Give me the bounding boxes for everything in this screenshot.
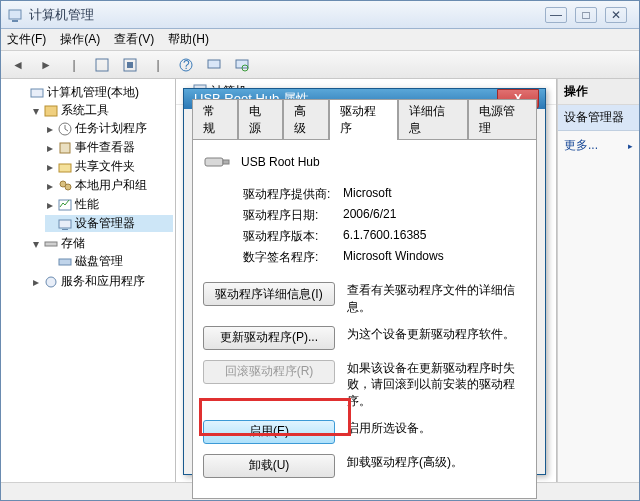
svg-rect-20 bbox=[45, 242, 57, 246]
tab-general[interactable]: 常规 bbox=[192, 99, 238, 140]
scan-icon[interactable] bbox=[233, 56, 251, 74]
svg-rect-25 bbox=[223, 160, 229, 164]
svg-rect-1 bbox=[12, 20, 18, 22]
properties-dialog: USB Root Hub 属性 X 常规 电源 高级 驱动程序 详细信息 电源管… bbox=[183, 88, 546, 475]
actions-pane: 操作 设备管理器 更多... bbox=[557, 79, 639, 482]
show-icon[interactable] bbox=[93, 56, 111, 74]
menu-action[interactable]: 操作(A) bbox=[60, 31, 100, 48]
actions-section: 设备管理器 bbox=[558, 105, 639, 131]
svg-text:?: ? bbox=[183, 58, 190, 72]
menu-file[interactable]: 文件(F) bbox=[7, 31, 46, 48]
svg-rect-13 bbox=[60, 143, 70, 153]
tree-root[interactable]: 计算机管理(本地) bbox=[17, 84, 173, 101]
actions-header: 操作 bbox=[558, 79, 639, 105]
refresh-icon[interactable] bbox=[121, 56, 139, 74]
usb-icon bbox=[203, 150, 231, 174]
tree-eventviewer-label: 事件查看器 bbox=[75, 139, 135, 156]
tab-page-driver: USB Root Hub 驱动程序提供商:Microsoft 驱动程序日期:20… bbox=[192, 139, 537, 499]
driver-info: 驱动程序提供商:Microsoft 驱动程序日期:2006/6/21 驱动程序版… bbox=[243, 186, 526, 266]
version-value: 6.1.7600.16385 bbox=[343, 228, 426, 245]
signer-value: Microsoft Windows bbox=[343, 249, 444, 266]
svg-rect-11 bbox=[45, 106, 57, 116]
tab-row: 常规 电源 高级 驱动程序 详细信息 电源管理 bbox=[184, 115, 545, 139]
toolbar: ◄ ► | | ? bbox=[1, 51, 639, 79]
window-title: 计算机管理 bbox=[29, 6, 545, 24]
device-name: USB Root Hub bbox=[241, 155, 320, 169]
update-driver-desc: 为这个设备更新驱动程序软件。 bbox=[347, 326, 526, 343]
version-label: 驱动程序版本: bbox=[243, 228, 343, 245]
tree-systools[interactable]: ▾系统工具 bbox=[31, 102, 173, 119]
tree-shared[interactable]: ▸共享文件夹 bbox=[45, 158, 173, 175]
separator: | bbox=[65, 56, 83, 74]
svg-rect-24 bbox=[205, 158, 223, 166]
date-label: 驱动程序日期: bbox=[243, 207, 343, 224]
date-value: 2006/6/21 bbox=[343, 207, 396, 224]
close-button[interactable]: ✕ bbox=[605, 7, 627, 23]
back-icon[interactable]: ◄ bbox=[9, 56, 27, 74]
driver-details-desc: 查看有关驱动程序文件的详细信息。 bbox=[347, 282, 526, 316]
rollback-driver-desc: 如果该设备在更新驱动程序时失败，请回滚到以前安装的驱动程序。 bbox=[347, 360, 526, 410]
tab-details[interactable]: 详细信息 bbox=[398, 99, 467, 140]
tree-diskmgmt-label: 磁盘管理 bbox=[75, 253, 123, 270]
svg-rect-0 bbox=[9, 10, 21, 19]
svg-rect-7 bbox=[208, 60, 220, 68]
svg-rect-14 bbox=[59, 164, 71, 172]
svg-point-22 bbox=[46, 277, 56, 287]
svg-rect-19 bbox=[62, 229, 68, 230]
tree-scheduler-label: 任务计划程序 bbox=[75, 120, 147, 137]
provider-label: 驱动程序提供商: bbox=[243, 186, 343, 203]
tab-advanced[interactable]: 高级 bbox=[283, 99, 329, 140]
tree-users-label: 本地用户和组 bbox=[75, 177, 147, 194]
tree-perf[interactable]: ▸性能 bbox=[45, 196, 173, 213]
svg-rect-10 bbox=[31, 89, 43, 97]
app-icon bbox=[7, 7, 23, 23]
tree-shared-label: 共享文件夹 bbox=[75, 158, 135, 175]
enable-desc: 启用所选设备。 bbox=[347, 420, 526, 437]
tree-systools-label: 系统工具 bbox=[61, 102, 109, 119]
tree-services-label: 服务和应用程序 bbox=[61, 273, 145, 290]
menu-help[interactable]: 帮助(H) bbox=[168, 31, 209, 48]
svg-rect-18 bbox=[59, 220, 71, 228]
provider-value: Microsoft bbox=[343, 186, 392, 203]
svg-rect-4 bbox=[127, 62, 133, 68]
computer-icon[interactable] bbox=[205, 56, 223, 74]
tree-users[interactable]: ▸本地用户和组 bbox=[45, 177, 173, 194]
uninstall-desc: 卸载驱动程序(高级)。 bbox=[347, 454, 526, 471]
svg-rect-2 bbox=[96, 59, 108, 71]
tree-storage[interactable]: ▾存储 bbox=[31, 235, 173, 252]
device-header: USB Root Hub bbox=[203, 150, 526, 174]
signer-label: 数字签名程序: bbox=[243, 249, 343, 266]
help-icon[interactable]: ? bbox=[177, 56, 195, 74]
svg-point-16 bbox=[65, 184, 71, 190]
maximize-button[interactable]: □ bbox=[575, 7, 597, 23]
tree-devmgr[interactable]: 设备管理器 bbox=[45, 215, 173, 232]
tree-eventviewer[interactable]: ▸事件查看器 bbox=[45, 139, 173, 156]
titlebar: 计算机管理 — □ ✕ bbox=[1, 1, 639, 29]
tree-storage-label: 存储 bbox=[61, 235, 85, 252]
enable-button[interactable]: 启用(E) bbox=[203, 420, 335, 444]
tab-powermgmt[interactable]: 电源管理 bbox=[468, 99, 537, 140]
menu-view[interactable]: 查看(V) bbox=[114, 31, 154, 48]
tree-scheduler[interactable]: ▸任务计划程序 bbox=[45, 120, 173, 137]
window-buttons: — □ ✕ bbox=[545, 7, 627, 23]
tree-root-label: 计算机管理(本地) bbox=[47, 84, 139, 101]
minimize-button[interactable]: — bbox=[545, 7, 567, 23]
rollback-driver-button: 回滚驱动程序(R) bbox=[203, 360, 335, 384]
forward-icon[interactable]: ► bbox=[37, 56, 55, 74]
tab-power[interactable]: 电源 bbox=[238, 99, 284, 140]
tree-services[interactable]: ▸服务和应用程序 bbox=[31, 273, 173, 290]
menubar: 文件(F) 操作(A) 查看(V) 帮助(H) bbox=[1, 29, 639, 51]
tree-devmgr-label: 设备管理器 bbox=[75, 215, 135, 232]
svg-rect-21 bbox=[59, 259, 71, 265]
update-driver-button[interactable]: 更新驱动程序(P)... bbox=[203, 326, 335, 350]
tree-diskmgmt[interactable]: 磁盘管理 bbox=[45, 253, 173, 270]
left-tree-pane: 计算机管理(本地) ▾系统工具 ▸任务计划程序 ▸事件查看器 ▸共享文件夹 ▸本… bbox=[1, 79, 176, 482]
actions-more[interactable]: 更多... bbox=[558, 131, 639, 160]
driver-details-button[interactable]: 驱动程序详细信息(I) bbox=[203, 282, 335, 306]
separator: | bbox=[149, 56, 167, 74]
tree-perf-label: 性能 bbox=[75, 196, 99, 213]
uninstall-button[interactable]: 卸载(U) bbox=[203, 454, 335, 478]
tab-driver[interactable]: 驱动程序 bbox=[329, 99, 398, 140]
